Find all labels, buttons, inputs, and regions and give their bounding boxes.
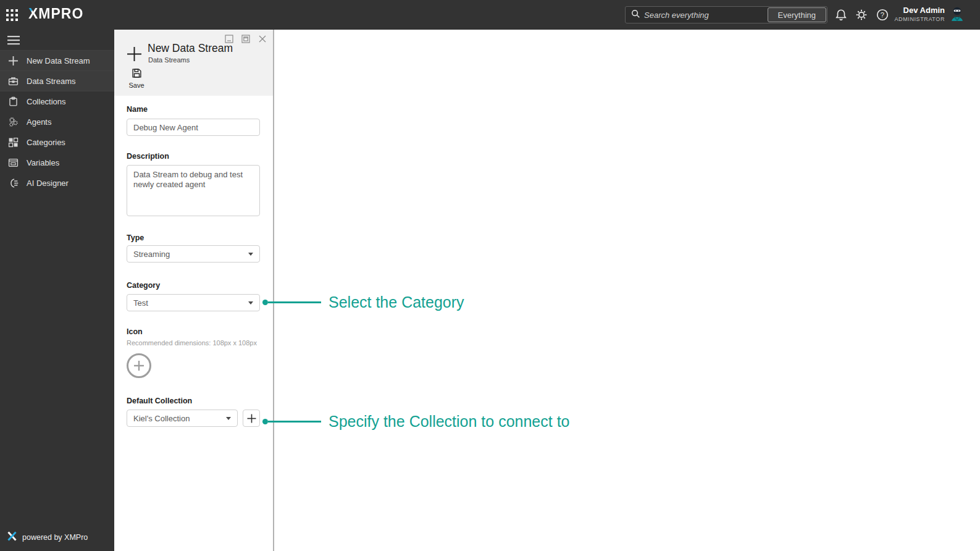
sidebar-item-variables[interactable]: Variables [0, 153, 114, 173]
search-icon [631, 9, 640, 21]
annotation-dot [262, 419, 268, 424]
app-root: XMPRO Everything [0, 0, 980, 551]
chevron-down-icon [226, 417, 231, 420]
category-dropdown[interactable]: Test [127, 294, 260, 311]
sidebar: New Data Stream Data Streams Collections [0, 30, 114, 551]
save-floppy-icon [132, 68, 142, 78]
type-label: Type [127, 233, 144, 242]
sidebar-item-label: Collections [27, 97, 66, 106]
add-icon-button[interactable] [127, 353, 151, 378]
plus-icon [8, 56, 19, 66]
icon-label: Icon [127, 327, 143, 336]
global-search: Everything [625, 6, 827, 23]
sidebar-item-label: Categories [27, 138, 65, 147]
powered-by-text: powered by XMPro [22, 533, 88, 542]
type-dropdown[interactable]: Streaming [127, 245, 260, 263]
sidebar-item-data-streams[interactable]: Data Streams [0, 71, 114, 91]
user-menu[interactable]: Dev Admin ADMINISTRATOR [895, 6, 945, 23]
sidebar-item-label: Variables [27, 158, 59, 167]
save-button[interactable]: Save [125, 68, 148, 89]
panel-title: New Data Stream [148, 42, 233, 55]
panel-header: New Data Stream Data Streams Save [114, 30, 273, 96]
panel-breadcrumb: Data Streams [148, 56, 190, 64]
sidebar-item-label: New Data Stream [27, 56, 90, 65]
help-icon[interactable]: ? [876, 9, 889, 21]
maximize-icon[interactable] [241, 35, 250, 43]
ai-designer-icon [8, 178, 19, 188]
default-collection-dropdown[interactable]: Kiel's Collection [127, 410, 238, 427]
description-label: Description [127, 152, 169, 161]
search-scope-button[interactable]: Everything [768, 7, 826, 22]
sidebar-item-agents[interactable]: Agents [0, 112, 114, 132]
chevron-down-icon [248, 253, 253, 256]
user-name: Dev Admin [895, 6, 945, 15]
sidebar-item-label: Data Streams [27, 77, 75, 86]
name-input[interactable] [127, 119, 260, 136]
annotation-specify-collection: Specify the Collection to connect to [262, 413, 570, 431]
sidebar-toggle[interactable] [0, 30, 114, 51]
annotation-text: Specify the Collection to connect to [329, 413, 570, 431]
default-collection-label: Default Collection [127, 397, 192, 405]
sidebar-item-label: AI Designer [27, 179, 69, 188]
sidebar-item-new-data-stream[interactable]: New Data Stream [0, 51, 114, 71]
name-label: Name [127, 105, 148, 114]
annotation-leader-line [268, 301, 321, 303]
user-role: ADMINISTRATOR [895, 15, 945, 23]
annotation-text: Select the Category [329, 293, 464, 311]
default-collection-selected-value: Kiel's Collection [133, 414, 190, 423]
save-label: Save [125, 82, 148, 89]
svg-text:?: ? [881, 11, 884, 19]
sidebar-item-ai-designer[interactable]: AI Designer [0, 173, 114, 193]
search-input[interactable] [644, 11, 765, 20]
sidebar-item-label: Agents [27, 117, 51, 127]
plus-icon [247, 414, 256, 423]
description-textarea[interactable]: Data Stream to debug and test newly crea… [127, 165, 260, 216]
category-selected-value: Test [133, 298, 148, 308]
agents-gears-icon [8, 117, 19, 127]
data-streams-icon [8, 76, 19, 86]
sidebar-item-collections[interactable]: Collections [0, 91, 114, 112]
panel-plus-icon [127, 46, 142, 64]
collections-icon [8, 96, 19, 107]
categories-icon [8, 137, 19, 148]
powered-by: powered by XMPro [7, 531, 88, 543]
sidebar-item-categories[interactable]: Categories [0, 132, 114, 153]
annotation-select-category: Select the Category [262, 293, 464, 311]
chevron-down-icon [248, 301, 253, 305]
add-collection-button[interactable] [243, 410, 260, 427]
variables-icon [8, 158, 19, 168]
settings-gear-icon[interactable] [855, 9, 868, 21]
type-selected-value: Streaming [133, 250, 170, 259]
apps-grid-icon[interactable] [6, 9, 18, 21]
icon-dimensions-hint: Recommended dimensions: 108px x 108px [127, 339, 257, 347]
category-label: Category [127, 281, 160, 290]
xmpro-logo: XMPRO [28, 6, 83, 22]
close-icon[interactable] [258, 35, 267, 43]
notifications-bell-icon[interactable] [835, 9, 847, 21]
main-content [275, 30, 980, 551]
hamburger-icon [7, 35, 20, 45]
annotation-leader-line [268, 421, 321, 423]
user-avatar[interactable] [949, 6, 966, 23]
xmpro-x-icon [7, 531, 17, 543]
plus-icon [133, 360, 145, 372]
annotation-dot [262, 300, 268, 305]
topbar: XMPRO Everything [0, 0, 980, 30]
new-data-stream-panel: New Data Stream Data Streams Save Name D… [114, 30, 274, 551]
